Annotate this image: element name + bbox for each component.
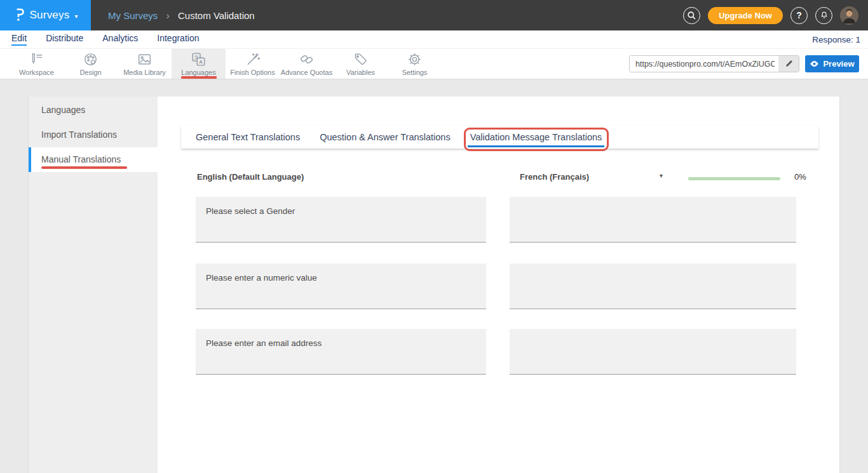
toolbar-item-label: Media Library	[123, 69, 166, 76]
user-avatar[interactable]	[840, 6, 858, 25]
variables-icon	[353, 51, 369, 67]
product-switcher[interactable]: Surveys ▾	[0, 0, 91, 30]
toolbar-item-workspace[interactable]: Workspace	[10, 49, 64, 79]
media-library-icon	[137, 51, 153, 67]
questionpro-logo-icon	[13, 6, 25, 25]
toolbar-item-label: Variables	[346, 69, 375, 76]
help-icon: ?	[796, 10, 802, 20]
search-icon	[687, 11, 696, 20]
annotation-underline-languages	[181, 76, 217, 79]
pencil-icon	[785, 60, 793, 68]
translation-progress-bar	[688, 177, 780, 180]
languages-sidebar: Languages Import Translations Manual Tra…	[29, 97, 158, 473]
target-text-gender-input[interactable]	[510, 197, 796, 243]
tab-label: Validation Message Translations	[470, 132, 602, 142]
breadcrumb-separator-icon: ›	[166, 10, 170, 21]
preview-label: Preview	[823, 59, 854, 69]
top-bar: Surveys ▾ My Surveys › Custom Validation…	[0, 0, 868, 30]
survey-nav: Edit Distribute Analytics Integration Re…	[0, 30, 868, 48]
workspace-icon	[29, 51, 44, 67]
notifications-button[interactable]	[815, 7, 832, 24]
survey-link-zone: Preview	[629, 55, 859, 72]
tab-label: General Text Translations	[196, 132, 300, 142]
target-text-numeric-input[interactable]	[510, 263, 796, 309]
breadcrumb: My Surveys › Custom Validation	[108, 10, 255, 21]
edit-url-button[interactable]	[778, 56, 799, 72]
sidebar-item-manual-translations[interactable]: Manual Translations	[29, 147, 158, 172]
sidebar-item-import-translations[interactable]: Import Translations	[29, 123, 158, 147]
toolbar-item-design[interactable]: Design	[64, 49, 118, 79]
breadcrumb-my-surveys[interactable]: My Surveys	[108, 10, 158, 21]
nav-distribute[interactable]: Distribute	[46, 33, 83, 46]
toolbar-item-settings[interactable]: Settings	[388, 49, 442, 79]
svg-text:A: A	[199, 59, 203, 65]
languages-icon: 文 A	[191, 51, 207, 67]
target-text-email-input[interactable]	[510, 329, 796, 375]
toolbar-item-label: Design	[79, 69, 101, 76]
survey-url-input[interactable]	[630, 56, 778, 72]
search-button[interactable]	[683, 7, 700, 24]
chevron-down-icon[interactable]: ▾	[660, 172, 663, 179]
active-tab-underline	[468, 145, 605, 147]
source-text-email: Please enter an email address	[196, 329, 486, 375]
product-name: Surveys	[30, 9, 70, 22]
toolbar-item-label: Finish Options	[230, 69, 275, 76]
toolbar-item-label: Languages	[181, 69, 215, 76]
toolbar-item-variables[interactable]: Variables	[334, 49, 388, 79]
chevron-down-icon: ▾	[74, 13, 78, 20]
toolbar-item-label: Workspace	[19, 69, 54, 76]
settings-icon	[407, 51, 423, 67]
source-language-header: English (Default Language)	[197, 172, 304, 182]
languages-panel: Languages Import Translations Manual Tra…	[29, 97, 839, 473]
manual-translations-content: General Text Translations Question & Ans…	[158, 97, 839, 473]
bell-icon	[819, 10, 829, 20]
tab-label: Question & Answer Translations	[320, 132, 451, 142]
target-language-dropdown[interactable]: French (Français)	[520, 172, 589, 182]
survey-url-field	[629, 55, 799, 72]
nav-integration[interactable]: Integration	[157, 33, 199, 46]
advance-quotas-icon	[299, 51, 315, 67]
toolbar-item-advance-quotas[interactable]: Advance Quotas	[280, 49, 334, 79]
annotation-underline-manual-translations	[41, 166, 127, 169]
toolbar-item-media-library[interactable]: Media Library	[118, 49, 172, 79]
source-text-gender: Please select a Gender	[196, 197, 486, 243]
toolbar-item-finish-options[interactable]: Finish Options	[226, 49, 280, 79]
finish-options-icon	[245, 51, 261, 67]
avatar-image	[840, 6, 858, 25]
translation-progress-percent: 0%	[794, 172, 806, 182]
toolbar-item-label: Settings	[402, 69, 428, 76]
toolbar-item-label: Advance Quotas	[281, 69, 332, 76]
app-window: Surveys ▾ My Surveys › Custom Validation…	[0, 0, 868, 473]
nav-edit[interactable]: Edit	[11, 33, 27, 46]
breadcrumb-current: Custom Validation	[178, 10, 255, 21]
translation-tabs: General Text Translations Question & Ans…	[181, 126, 818, 149]
nav-analytics[interactable]: Analytics	[102, 33, 138, 46]
sidebar-item-label: Manual Translations	[41, 154, 121, 164]
help-button[interactable]: ?	[790, 7, 808, 24]
design-icon	[83, 51, 98, 67]
tab-validation-message-translations[interactable]: Validation Message Translations	[470, 126, 602, 149]
sidebar-item-languages[interactable]: Languages	[29, 98, 158, 123]
toolbar-item-languages[interactable]: 文 A Languages	[172, 49, 226, 79]
preview-button[interactable]: Preview	[805, 55, 859, 72]
topbar-actions: Upgrade Now ?	[683, 6, 868, 25]
tab-general-text-translations[interactable]: General Text Translations	[196, 126, 300, 149]
source-text-numeric: Please enter a numeric value	[196, 263, 486, 309]
upgrade-now-button[interactable]: Upgrade Now	[708, 7, 783, 24]
eye-icon	[810, 60, 819, 67]
tab-question-answer-translations[interactable]: Question & Answer Translations	[320, 126, 451, 149]
response-count[interactable]: Response: 1	[812, 35, 860, 44]
